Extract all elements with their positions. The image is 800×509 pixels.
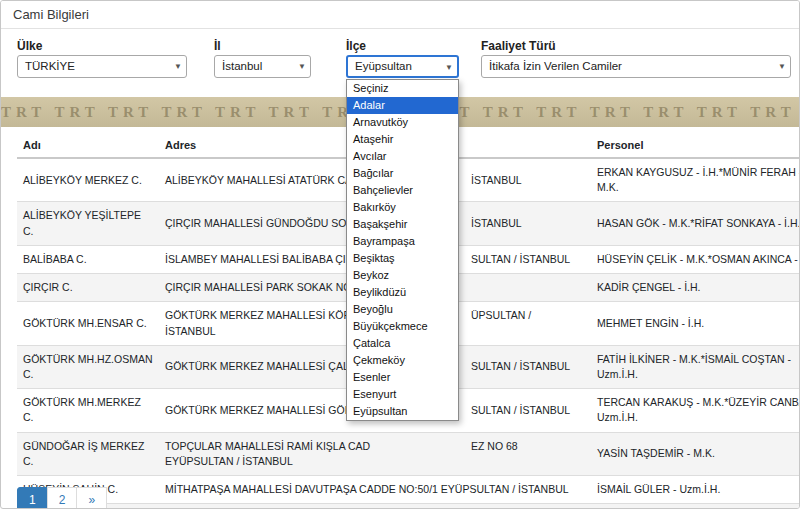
header-name: Adı bbox=[17, 133, 159, 158]
district-option[interactable]: Avcılar bbox=[347, 148, 458, 165]
country-select[interactable]: TÜRKİYE ▼ bbox=[17, 55, 187, 78]
cell-staff: İSMAİL GÜLER - Uzm.İ.H. bbox=[591, 476, 800, 504]
cell-name: GÖKTÜRK MH.MERKEZ C. bbox=[17, 389, 159, 432]
district-option[interactable]: Adalar bbox=[347, 97, 458, 114]
page-title: Cami Bilgileri bbox=[1, 1, 799, 29]
address-text-right: SULTAN / İSTANBUL bbox=[471, 252, 570, 267]
page-button-2[interactable]: 2 bbox=[47, 487, 78, 509]
activity-type-label: Faaliyet Türü bbox=[481, 39, 556, 53]
district-option[interactable]: Bahçelievler bbox=[347, 182, 458, 199]
page-button-1[interactable]: 1 bbox=[17, 487, 48, 509]
district-select[interactable]: Eyüpsultan ▼ bbox=[346, 55, 459, 78]
address-text: ÇIRÇIR MAHALLESİ GÜNDOĞDU SOKAK bbox=[165, 217, 367, 229]
address-line1: TOPÇULAR MAHALLESİ RAMİ KIŞLA CADEZ NO 6… bbox=[165, 439, 585, 454]
header-staff: Personel bbox=[591, 133, 800, 158]
province-label: İl bbox=[214, 39, 221, 53]
cell-staff: ERKAN KAYGUSUZ - İ.H.*MÜNİR FERAH - M.K. bbox=[591, 158, 800, 202]
cell-name: ALİBEYKÖY YEŞİLTEPE C. bbox=[17, 202, 159, 245]
address-text-right: SULTAN / İSTANBUL bbox=[471, 359, 570, 374]
cell-staff: ALİ OMAY - İ.H.*MEHMET ACAR - M.K. bbox=[591, 504, 800, 509]
district-option[interactable]: Bağcılar bbox=[347, 165, 458, 182]
district-option[interactable]: Seçiniz bbox=[347, 80, 458, 97]
pagination: 12» bbox=[17, 487, 107, 509]
address-text: TOPÇULAR MAHALLESİ RAMİ KIŞLA CAD bbox=[165, 440, 370, 452]
district-select-value: Eyüpsultan bbox=[355, 60, 412, 72]
cell-address: TOPÇULAR MAHALLESİ RAMİ KIŞLA CADEZ NO 6… bbox=[159, 432, 591, 475]
app-window: Cami Bilgileri Ülke İl İlçe Faaliyet Tür… bbox=[0, 0, 800, 509]
province-select-value: İstanbul bbox=[222, 60, 262, 72]
country-label: Ülke bbox=[17, 39, 42, 53]
address-text: ÇIRÇIR MAHALLESİ PARK SOKAK NO: 1 E bbox=[165, 281, 373, 293]
cell-staff: HASAN GÖK - M.K.*RİFAT SONKAYA - İ.H. bbox=[591, 202, 800, 245]
address-text: GÖKTÜRK MERKEZ MAHALLESİ GÖKTÜR bbox=[165, 404, 373, 416]
address-text: ALİBEYKÖY MAHALLESİ ATATÜRK CADDE bbox=[165, 174, 374, 186]
address-text-right: EZ NO 68 bbox=[471, 439, 518, 454]
address-text: İSLAMBEY MAHALLESİ BALİBABA ÇIKMAZ bbox=[165, 253, 375, 265]
address-text-right: SULTAN / İSTANBUL bbox=[471, 403, 570, 418]
chevron-down-icon: ▼ bbox=[778, 56, 786, 77]
address-text-right: ÜPSULTAN / bbox=[471, 308, 531, 323]
cell-staff: HÜSEYİN ÇELİK - M.K.*OSMAN AKINCA - İ.H. bbox=[591, 245, 800, 273]
address-text: GÖKTÜRK MERKEZ MAHALLESİ ÇALIŞKA bbox=[165, 360, 373, 372]
cell-name: BALİBABA C. bbox=[17, 245, 159, 273]
address-line2: EYÜPSULTAN / İSTANBUL bbox=[165, 454, 585, 469]
activity-type-select[interactable]: İtikafa İzin Verilen Camiler ▼ bbox=[481, 55, 791, 78]
district-option[interactable]: Beşiktaş bbox=[347, 250, 458, 267]
district-option[interactable]: Eyüpsultan bbox=[347, 403, 458, 420]
address-text-right: İSTANBUL bbox=[471, 173, 522, 188]
table-row: HÜSEYİN ŞAHİN C.MİTHATPAŞA MAHALLESİ DAV… bbox=[17, 476, 800, 504]
cell-staff: FATİH İLKİNER - M.K.*İSMAİL COŞTAN - Uzm… bbox=[591, 345, 800, 388]
table-row: GÜNDOĞAR İŞ MERKEZ C.TOPÇULAR MAHALLESİ … bbox=[17, 432, 800, 475]
province-select[interactable]: İstanbul ▼ bbox=[214, 55, 311, 78]
cell-staff: KADİR ÇENGEL - İ.H. bbox=[591, 274, 800, 302]
district-option[interactable]: Çekmeköy bbox=[347, 352, 458, 369]
district-option[interactable]: Çatalca bbox=[347, 335, 458, 352]
cell-address: MİTHATPAŞA MAHALLESİ DAVUTPAŞA CADDE NO:… bbox=[159, 476, 591, 504]
district-option[interactable]: Beyoğlu bbox=[347, 301, 458, 318]
district-option[interactable]: Beykoz bbox=[347, 267, 458, 284]
district-option[interactable]: Esenyurt bbox=[347, 386, 458, 403]
chevron-down-icon: ▼ bbox=[298, 56, 306, 77]
cell-staff: TERCAN KARAKUŞ - M.K.*ÜZEYİR CANBAZ - Uz… bbox=[591, 389, 800, 432]
activity-type-select-value: İtikafa İzin Verilen Camiler bbox=[489, 60, 622, 72]
cell-staff: YASİN TAŞDEMİR - M.K. bbox=[591, 432, 800, 475]
address-text-right: İSTANBUL bbox=[471, 216, 522, 231]
district-option[interactable]: Başakşehir bbox=[347, 216, 458, 233]
chevron-down-icon: ▼ bbox=[174, 56, 182, 77]
address-text: MİTHATPAŞA MAHALLESİ DAVUTPAŞA CADDE NO:… bbox=[165, 483, 569, 495]
cell-address: YEŞİLPINAR MAHALLESİ SERÇE SOKAK NO: 1 E… bbox=[159, 504, 591, 509]
cell-name: ÇIRÇIR C. bbox=[17, 274, 159, 302]
address-text: GÖKTÜRK MERKEZ MAHALLESİ KÖPRÜ bbox=[165, 309, 366, 321]
district-label: İlçe bbox=[346, 39, 366, 53]
cell-name: GÖKTÜRK MH.ENSAR C. bbox=[17, 302, 159, 345]
district-option[interactable]: Bayrampaşa bbox=[347, 233, 458, 250]
country-select-value: TÜRKİYE bbox=[25, 60, 75, 72]
page-button-»[interactable]: » bbox=[76, 487, 107, 509]
district-option[interactable]: Bakırköy bbox=[347, 199, 458, 216]
district-option[interactable]: Beylikdüzü bbox=[347, 284, 458, 301]
district-dropdown-list: SeçinizAdalarArnavutköyAtaşehirAvcılarBa… bbox=[346, 79, 459, 421]
district-option[interactable]: Ataşehir bbox=[347, 131, 458, 148]
table-row: HZ.ALİ C.YEŞİLPINAR MAHALLESİ SERÇE SOKA… bbox=[17, 504, 800, 509]
cell-name: GÜNDOĞAR İŞ MERKEZ C. bbox=[17, 432, 159, 475]
cell-name: ALİBEYKÖY MERKEZ C. bbox=[17, 158, 159, 202]
chevron-down-icon: ▼ bbox=[445, 57, 453, 78]
address-line1: MİTHATPAŞA MAHALLESİ DAVUTPAŞA CADDE NO:… bbox=[165, 482, 585, 497]
district-option[interactable]: Arnavutköy bbox=[347, 114, 458, 131]
cell-staff: MEHMET ENGİN - İ.H. bbox=[591, 302, 800, 345]
cell-name: GÖKTÜRK MH.HZ.OSMAN C. bbox=[17, 345, 159, 388]
district-option[interactable]: Büyükçekmece bbox=[347, 318, 458, 335]
district-option[interactable]: Esenler bbox=[347, 369, 458, 386]
